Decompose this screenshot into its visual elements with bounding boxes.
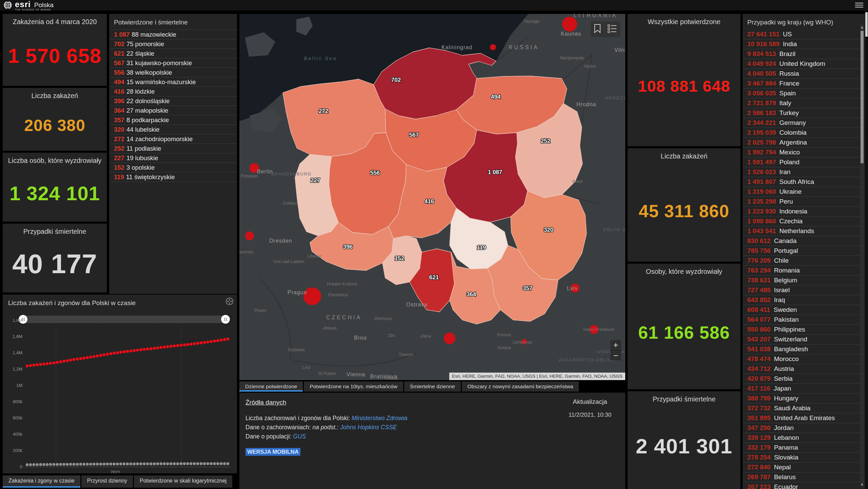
chart-point[interactable] [32, 364, 35, 367]
case-dot[interactable] [444, 333, 455, 344]
page-scrollbar-thumb[interactable] [865, 12, 868, 37]
scrollbar-thumb[interactable] [861, 31, 864, 163]
chart-point[interactable] [129, 350, 132, 353]
chart-point[interactable] [163, 462, 166, 465]
chart-point[interactable] [96, 354, 99, 357]
chart-point[interactable] [133, 349, 136, 352]
chart-point[interactable] [159, 346, 162, 349]
chart-point[interactable] [183, 343, 186, 346]
chart-point[interactable] [226, 338, 230, 341]
country-row[interactable]: 27 641 151US [743, 30, 865, 39]
country-list-scrollbar[interactable]: ▲ ▼ [860, 25, 864, 487]
chart-point[interactable] [170, 345, 173, 348]
chart-point[interactable] [123, 463, 126, 466]
country-row[interactable]: 543 207Switzerland [743, 335, 865, 344]
country-row[interactable]: 830 612Canada [743, 236, 865, 246]
chart-point[interactable] [42, 362, 45, 365]
country-row[interactable]: 727 485Israel [743, 285, 865, 295]
chart-point[interactable] [89, 463, 92, 466]
chart-point[interactable] [223, 462, 226, 465]
chart-point[interactable] [53, 463, 56, 466]
chart-point[interactable] [159, 462, 162, 465]
country-row[interactable]: 2 721 879Italy [743, 98, 865, 108]
chart-point[interactable] [200, 462, 203, 465]
chart-point[interactable] [153, 462, 156, 465]
chart-point[interactable] [196, 342, 199, 345]
country-row[interactable]: 267 223Ecuador [743, 482, 865, 489]
chart-point[interactable] [29, 463, 32, 466]
country-row[interactable]: 278 254Slovakia [743, 453, 865, 463]
chart-point[interactable] [196, 462, 199, 465]
chart-point[interactable] [210, 462, 213, 465]
chart-point[interactable] [93, 355, 96, 358]
link-gus[interactable]: GUS [293, 433, 306, 440]
country-row[interactable]: 738 631Belgium [743, 276, 865, 285]
chart-point[interactable] [173, 344, 176, 347]
chart-point[interactable] [113, 463, 116, 466]
chart-point[interactable] [173, 462, 176, 465]
chart-point[interactable] [176, 462, 179, 465]
chart-point[interactable] [183, 462, 186, 465]
chart-point[interactable] [56, 463, 59, 466]
country-row[interactable]: 2 586 183Turkey [743, 108, 865, 118]
country-row[interactable]: 9 834 513Brazil [743, 49, 865, 59]
chart-point[interactable] [62, 463, 65, 466]
chart-point[interactable] [146, 347, 149, 351]
chart-point[interactable] [36, 363, 39, 366]
chart-point[interactable] [156, 346, 159, 350]
chart-point[interactable] [223, 338, 226, 341]
reset-extent-icon[interactable] [225, 297, 234, 307]
chart-point[interactable] [123, 350, 126, 353]
bookmark-icon[interactable] [594, 24, 601, 35]
country-row[interactable]: 339 129Lebanon [743, 433, 865, 443]
chart-point[interactable] [39, 363, 42, 366]
chart-point[interactable] [179, 344, 182, 347]
map-tab-2[interactable]: Śmiertelne dzienne [404, 381, 461, 392]
chart-point[interactable] [210, 340, 213, 343]
chart-point[interactable] [26, 364, 29, 368]
country-row[interactable]: 564 077Pakistan [743, 315, 865, 325]
chart-point[interactable] [193, 342, 196, 345]
chart-point[interactable] [109, 463, 112, 466]
legend-icon[interactable] [607, 24, 617, 34]
chart-point[interactable] [146, 462, 149, 465]
country-row[interactable]: 2 025 798Argentina [743, 138, 865, 148]
chart-point[interactable] [143, 348, 146, 351]
chart-point[interactable] [153, 347, 156, 350]
chart-point[interactable] [73, 358, 76, 361]
chart-point[interactable] [213, 462, 216, 465]
scroll-up-icon[interactable]: ▲ [860, 25, 864, 30]
chart-point[interactable] [190, 343, 193, 346]
country-row[interactable]: 643 852Iraq [743, 295, 865, 305]
case-dot[interactable] [490, 44, 496, 50]
chart-point[interactable] [62, 360, 65, 363]
country-row[interactable]: 4 049 924United Kingdom [743, 59, 865, 69]
country-row[interactable]: 1 223 930Indonesia [743, 207, 865, 217]
country-row[interactable]: 1 992 794Mexico [743, 148, 865, 157]
voivodeship-row[interactable]: 55638 wielkopolskie [109, 68, 237, 77]
chart-point[interactable] [26, 463, 29, 466]
country-row[interactable]: 3 467 884France [743, 79, 865, 89]
country-row[interactable]: 550 860Philippines [743, 325, 865, 335]
chart-point[interactable] [56, 361, 59, 364]
chart-point[interactable] [139, 348, 142, 351]
country-row[interactable]: 351 895United Arab Emirates [743, 413, 865, 423]
voivodeship-row[interactable]: 62122 śląskie [109, 49, 237, 58]
chart-point[interactable] [106, 463, 109, 466]
chart-point[interactable] [176, 344, 179, 347]
chart-point[interactable] [220, 462, 223, 465]
chart-point[interactable] [193, 462, 196, 465]
chart-point[interactable] [99, 354, 102, 357]
chart-point[interactable] [79, 463, 82, 466]
country-row[interactable]: 478 474Morocco [743, 354, 865, 364]
chart-point[interactable] [186, 462, 189, 465]
country-row[interactable]: 417 116Japan [743, 384, 865, 394]
chart-point[interactable] [49, 362, 52, 365]
chart-point[interactable] [190, 462, 193, 465]
scroll-down-icon[interactable]: ▼ [860, 482, 864, 487]
chart-point[interactable] [103, 353, 106, 356]
chart-point[interactable] [116, 463, 119, 466]
chart-point[interactable] [113, 352, 116, 355]
chart-point[interactable] [206, 340, 209, 343]
link-ministerstwo-zdrowia[interactable]: Ministerstwo Zdrowia [352, 415, 407, 421]
